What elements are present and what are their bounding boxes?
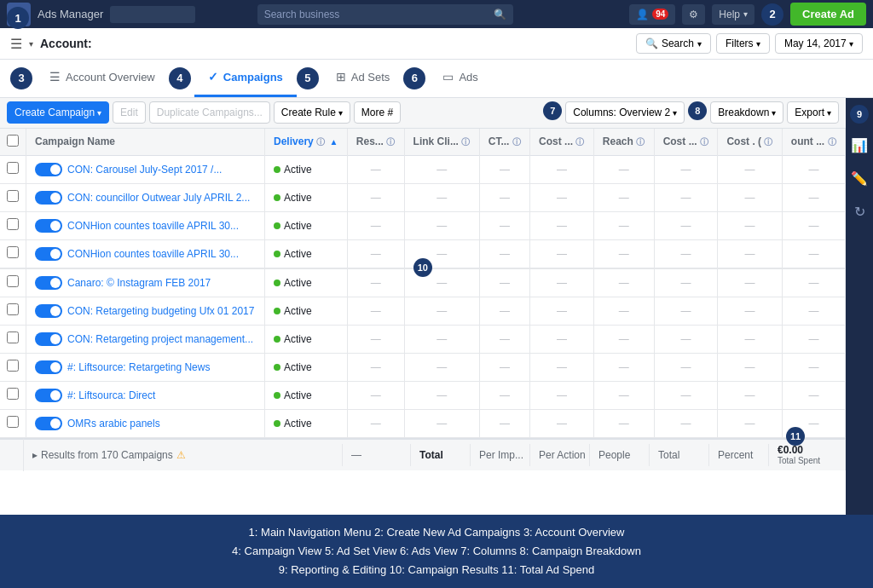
campaign-toggle[interactable] <box>35 389 62 402</box>
ctr-header[interactable]: CT... ⓘ <box>479 129 529 156</box>
cost-paren-cell: — <box>718 155 782 183</box>
date-button[interactable]: May 14, 2017 ▾ <box>775 33 863 54</box>
row-checkbox-cell[interactable] <box>0 409 26 437</box>
campaign-name-text[interactable]: CON: councillor Outwear July APRIL 2... <box>67 192 250 204</box>
row-checkbox-cell[interactable] <box>0 381 26 409</box>
row-checkbox[interactable] <box>7 360 19 372</box>
row-checkbox-cell[interactable] <box>0 353 26 381</box>
table-row: CON: Carousel July-Sept 2017 /... Active… <box>0 155 846 183</box>
create-rule-button[interactable]: Create Rule ▾ <box>274 101 350 124</box>
row-checkbox[interactable] <box>7 331 19 343</box>
nav-right: 👤 94 ⚙ Help ▾ 2 Create Ad <box>629 3 866 26</box>
search-button[interactable]: 🔍 Search ▾ <box>636 33 711 54</box>
toolbar-row: Create Campaign ▾ Edit Duplicate Campaig… <box>0 98 846 129</box>
results-cell: — <box>347 211 404 239</box>
dropdown-arrow-icon[interactable]: ▾ <box>29 39 33 49</box>
campaign-name-text[interactable]: #: Liftsourca: Direct <box>67 389 155 401</box>
row-checkbox[interactable] <box>7 388 19 400</box>
annotation-9: 9 <box>850 105 869 124</box>
chevron-down-icon: ▾ <box>756 39 760 49</box>
info-icon: ⓘ <box>512 137 521 147</box>
breakdown-button[interactable]: Breakdown ▾ <box>710 101 783 124</box>
tab-account-overview[interactable]: ☰ Account Overview <box>36 60 169 96</box>
row-checkbox-cell[interactable] <box>0 183 26 211</box>
results-header[interactable]: Res... ⓘ <box>347 129 404 156</box>
row-checkbox[interactable] <box>7 162 19 174</box>
tab-ads[interactable]: ▭ Ads <box>429 60 491 96</box>
campaign-name-header[interactable]: Campaign Name <box>26 129 265 156</box>
row-checkbox[interactable] <box>7 275 19 287</box>
sidebar-refresh-icon[interactable]: ↻ <box>851 200 869 223</box>
duplicate-button[interactable]: Duplicate Campaigns... <box>149 101 270 124</box>
columns-button[interactable]: Columns: Overview 2 ▾ <box>565 101 685 124</box>
nav-input[interactable] <box>110 6 195 23</box>
delivery-cell: Active <box>265 381 348 409</box>
campaign-name-cell: Canaro: © Instagram FEB 2017 <box>26 268 265 297</box>
menu-icon[interactable]: ☰ <box>10 36 22 52</box>
row-checkbox[interactable] <box>7 416 19 428</box>
sidebar-edit-icon[interactable]: ✏️ <box>847 167 871 190</box>
cost-reach-header[interactable]: Cost ... ⓘ <box>654 129 718 156</box>
tab-campaigns[interactable]: ✓ Campaigns <box>194 60 297 96</box>
account-label: Account: <box>40 37 92 50</box>
filters-button[interactable]: Filters ▾ <box>716 33 770 54</box>
campaign-toggle[interactable] <box>35 219 62 233</box>
campaign-name-text[interactable]: CONHion countes toaville APRIL 30... <box>67 248 239 260</box>
row-checkbox[interactable] <box>7 246 19 258</box>
row-checkbox[interactable] <box>7 218 19 230</box>
row-checkbox-cell[interactable] <box>0 297 26 325</box>
nav-icon-button-2[interactable]: ⚙ <box>682 4 705 25</box>
row-checkbox[interactable] <box>7 190 19 202</box>
campaign-name-text[interactable]: CON: Carousel July-Sept 2017 /... <box>67 164 222 176</box>
more-button[interactable]: More # <box>354 101 401 124</box>
campaign-toggle[interactable] <box>35 276 62 290</box>
campaign-toggle[interactable] <box>35 360 62 374</box>
delivery-cell: Active <box>265 239 348 268</box>
campaign-name-text[interactable]: CONHion countes toaville APRIL 30... <box>67 220 239 232</box>
sidebar-bar-chart-icon[interactable]: 📊 <box>847 134 871 157</box>
campaign-toggle[interactable] <box>35 191 62 205</box>
row-checkbox-cell[interactable] <box>0 155 26 183</box>
results-cell: — <box>347 239 404 268</box>
row-checkbox[interactable] <box>7 303 19 315</box>
nav-icon-button-1[interactable]: 👤 94 <box>629 4 675 25</box>
campaign-name-text[interactable]: CON: Retargeting project management... <box>67 333 253 345</box>
delivery-header[interactable]: Delivery ⓘ ▲ <box>265 129 348 156</box>
export-button[interactable]: Export ▾ <box>787 101 839 124</box>
cost-paren-header[interactable]: Cost . ( ⓘ <box>718 129 782 156</box>
campaign-toggle[interactable] <box>35 417 62 430</box>
tab-ad-sets[interactable]: ⊞ Ad Sets <box>322 60 404 96</box>
account-header[interactable]: ount ... ⓘ <box>782 129 845 156</box>
account-cell: — <box>782 381 845 409</box>
info-icon: ⓘ <box>636 137 645 147</box>
row-checkbox-cell[interactable] <box>0 211 26 239</box>
link-clicks-header[interactable]: Link Cli... ⓘ <box>404 129 479 156</box>
chevron-down-icon: ▾ <box>673 108 677 118</box>
select-all-header[interactable] <box>0 129 26 156</box>
campaign-name-text[interactable]: OMRs arabic panels <box>67 418 160 429</box>
search-input[interactable] <box>264 9 494 20</box>
help-button[interactable]: Help ▾ <box>712 4 754 25</box>
campaign-toggle[interactable] <box>35 247 62 261</box>
reach-header[interactable]: Reach ⓘ <box>593 129 654 156</box>
campaign-name-text[interactable]: #: Liftsource: Retargeting News <box>67 361 210 373</box>
campaign-name-text[interactable]: Canaro: © Instagram FEB 2017 <box>67 277 211 289</box>
reach-cell: — <box>593 211 654 239</box>
create-campaign-button[interactable]: Create Campaign ▾ <box>7 101 109 124</box>
campaign-name-text[interactable]: CON: Retargeting budgeting Ufx 01 2017 <box>67 305 254 317</box>
campaign-toggle[interactable] <box>35 163 62 176</box>
row-checkbox-cell[interactable] <box>0 325 26 353</box>
account-cell: — <box>782 325 845 353</box>
annotation-1: 1 <box>7 7 29 29</box>
search-bar[interactable]: 🔍 <box>257 4 513 25</box>
cost-result-header[interactable]: Cost ... ⓘ <box>530 129 594 156</box>
row-checkbox-cell[interactable] <box>0 239 26 268</box>
campaign-name-cell: CON: Retargeting project management... <box>26 325 265 353</box>
row-checkbox-cell[interactable] <box>0 268 26 297</box>
campaign-toggle[interactable] <box>35 304 62 318</box>
create-ad-button[interactable]: Create Ad <box>790 3 866 26</box>
campaign-toggle[interactable] <box>35 332 62 346</box>
cost-reach-cell: — <box>654 297 718 325</box>
edit-button[interactable]: Edit <box>113 101 146 124</box>
select-all-checkbox[interactable] <box>7 135 19 147</box>
